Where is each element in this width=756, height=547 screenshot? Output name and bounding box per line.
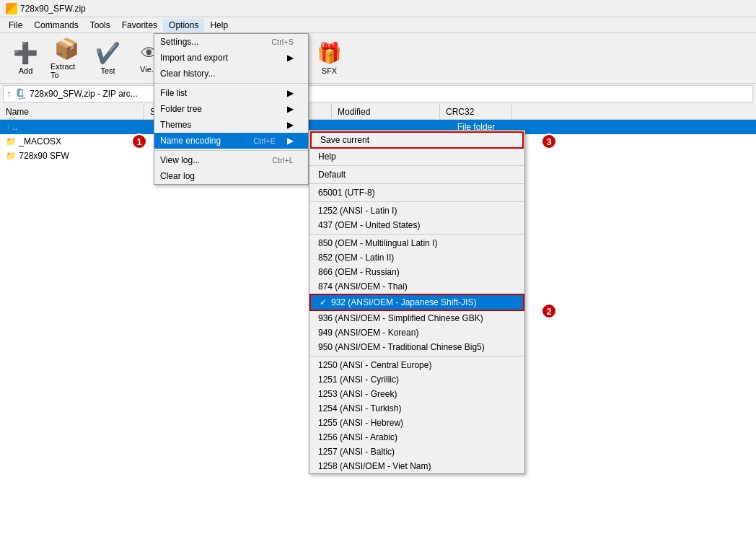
encoding-utf8[interactable]: 65001 (UTF-8) (309, 185, 524, 200)
encoding-default[interactable]: Default (309, 167, 524, 182)
col-header-modified[interactable]: Modified (332, 104, 440, 119)
file-name-cell: ↑ .. (0, 122, 144, 132)
badge-2: 2 (541, 303, 557, 319)
badge-3: 3 (541, 134, 557, 149)
up-arrow-icon: ↑ (6, 122, 10, 132)
col-header-crc[interactable]: CRC32 (440, 104, 512, 119)
breadcrumb-icon: 🗜️ (14, 88, 27, 100)
encoding-1256[interactable]: 1256 (ANSI - Arabic) (309, 430, 524, 445)
encoding-sep-4 (309, 234, 524, 235)
encoding-852[interactable]: 852 (OEM - Latin II) (309, 250, 524, 265)
window-title: 728x90_SFW.zip (20, 4, 86, 14)
extract-button[interactable]: 📦 Extract To (47, 37, 87, 80)
menu-bar: File Commands Tools Favorites Options He… (0, 17, 756, 33)
menu-import-export[interactable]: Import and export ▶ (154, 50, 308, 66)
menu-separator-2 (154, 150, 308, 151)
breadcrumb-text: 728x90_SFW.zip - ZIP arc... (30, 89, 138, 99)
menu-commands[interactable]: Commands (28, 19, 84, 32)
encoding-437[interactable]: 437 (OEM - United States) (309, 218, 524, 232)
submenu-arrow-icon: ▶ (287, 120, 294, 130)
encoding-1258[interactable]: 1258 (ANSI/OEM - Viet Nam) (309, 459, 524, 473)
badge-1: 1 (131, 134, 147, 149)
test-icon: ✔️ (95, 41, 120, 65)
encoding-1250[interactable]: 1250 (ANSI - Central Europe) (309, 358, 524, 372)
file-name-cell: 📁 728x90 SFW (0, 151, 144, 161)
breadcrumb: ↑ 🗜️ 728x90_SFW.zip - ZIP arc... (3, 85, 753, 102)
menu-file-list[interactable]: File list ▶ (154, 85, 308, 101)
menu-options[interactable]: Options (163, 19, 204, 32)
encoding-866[interactable]: 866 (OEM - Russian) (309, 265, 524, 279)
add-label: Add (19, 66, 33, 75)
nav-up-arrow[interactable]: ↑ (6, 88, 12, 100)
encoding-1254[interactable]: 1254 (ANSI - Turkish) (309, 401, 524, 416)
folder-icon: 📁 (6, 151, 17, 161)
menu-tools[interactable]: Tools (84, 19, 116, 32)
encoding-sep-5 (309, 356, 524, 356)
menu-clear-history[interactable]: Clear history... (154, 66, 308, 82)
menu-folder-tree[interactable]: Folder tree ▶ (154, 101, 308, 117)
submenu-arrow-icon: ▶ (287, 88, 294, 98)
file-list-header: Name Size Packed Type Modified CRC32 (0, 104, 756, 120)
test-label: Test (100, 66, 115, 75)
submenu-arrow-icon: ▶ (287, 53, 294, 63)
menu-themes[interactable]: Themes ▶ (154, 117, 308, 133)
add-icon: ➕ (13, 41, 38, 65)
menu-name-encoding[interactable]: Name encoding Ctrl+E ▶ (154, 133, 308, 149)
test-button[interactable]: ✔️ Test (88, 37, 128, 80)
menu-clear-log[interactable]: Clear log (154, 168, 308, 184)
options-dropdown: Settings... Ctrl+S Import and export ▶ C… (154, 33, 309, 185)
menu-view-log[interactable]: View log... Ctrl+L (154, 152, 308, 168)
menu-settings[interactable]: Settings... Ctrl+S (154, 34, 308, 50)
encoding-936[interactable]: 936 (ANSI/OEM - Simplified Chinese GBK) (309, 311, 524, 325)
sfx-icon: 🎁 (317, 41, 342, 65)
encoding-1253[interactable]: 1253 (ANSI - Greek) (309, 387, 524, 401)
encoding-950[interactable]: 950 (ANSI/OEM - Traditional Chinese Big5… (309, 340, 524, 354)
submenu-arrow-icon: ▶ (287, 104, 294, 114)
encoding-submenu: Save current Help Default 65001 (UTF-8) … (309, 130, 525, 474)
encoding-1257[interactable]: 1257 (ANSI - Baltic) (309, 445, 524, 459)
sfx-button[interactable]: 🎁 SFX (309, 37, 349, 80)
toolbar: ➕ Add 📦 Extract To ✔️ Test 👁 Vie... ℹ️ I… (0, 33, 756, 84)
encoding-help[interactable]: Help (309, 149, 524, 164)
encoding-1252[interactable]: 1252 (ANSI - Latin I) (309, 204, 524, 218)
encoding-850[interactable]: 850 (OEM - Multilingual Latin I) (309, 236, 524, 250)
encoding-874[interactable]: 874 (ANSI/OEM - Thai) (309, 279, 524, 294)
menu-file[interactable]: File (3, 19, 28, 32)
encoding-sep-3 (309, 201, 524, 202)
submenu-arrow-icon: ▶ (287, 136, 294, 146)
extract-label: Extract To (50, 62, 83, 79)
menu-favorites[interactable]: Favorites (116, 19, 163, 32)
encoding-932[interactable]: ✓ 932 (ANSI/OEM - Japanese Shift-JIS) (311, 295, 523, 310)
title-bar: 728x90_SFW.zip (0, 0, 756, 17)
encoding-save-current[interactable]: Save current (312, 133, 522, 147)
encoding-949[interactable]: 949 (ANSI/OEM - Korean) (309, 325, 524, 340)
menu-separator-1 (154, 83, 308, 84)
encoding-1255[interactable]: 1255 (ANSI - Hebrew) (309, 416, 524, 430)
encoding-sep-1 (309, 165, 524, 166)
encoding-sep-2 (309, 183, 524, 184)
check-icon: ✓ (320, 297, 331, 307)
add-button[interactable]: ➕ Add (6, 37, 45, 80)
sfx-label: SFX (322, 66, 337, 75)
app-icon (6, 3, 17, 14)
extract-icon: 📦 (54, 37, 79, 61)
menu-help[interactable]: Help (204, 19, 234, 32)
file-name-cell: 📁 _MACOSX (0, 136, 144, 146)
col-header-name[interactable]: Name (0, 104, 144, 119)
folder-icon: 📁 (6, 136, 17, 146)
encoding-1251[interactable]: 1251 (ANSI - Cyrillic) (309, 372, 524, 387)
